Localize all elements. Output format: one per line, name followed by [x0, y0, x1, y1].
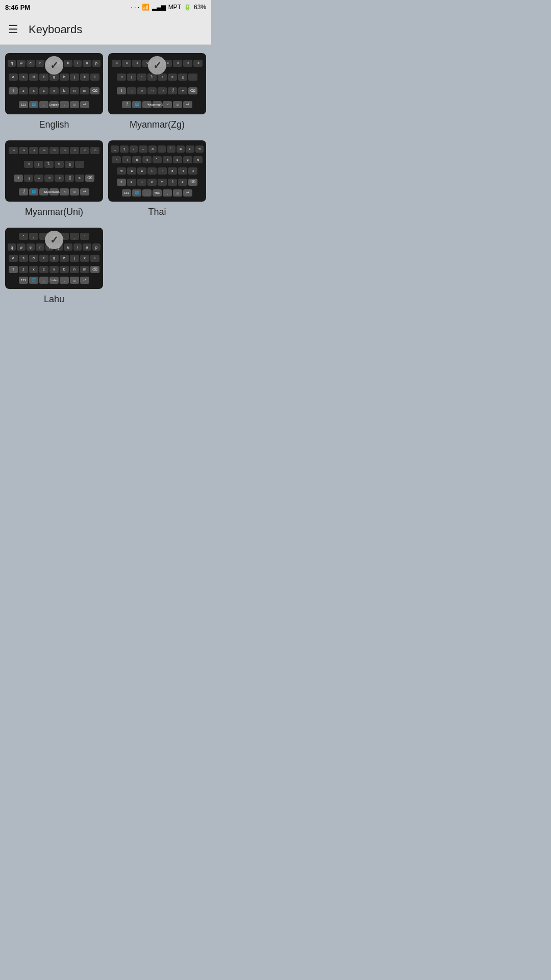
uni-key-4: မ	[39, 147, 48, 154]
key-s: s	[19, 74, 28, 81]
mya-key-23: ာ	[178, 87, 187, 94]
menu-button[interactable]: ☰	[8, 23, 18, 36]
mya-key-1: သ	[112, 60, 121, 67]
uni-key-2: ဿ	[19, 147, 28, 154]
uni-key-3: န	[29, 147, 38, 154]
thai-key-27: ง	[188, 167, 197, 175]
mya-key-22: ဦ	[168, 87, 177, 94]
mya-key-2: ဿ	[122, 60, 131, 67]
key-p: p	[92, 60, 101, 67]
lahu-shift: ⇧	[9, 266, 18, 273]
lahu-enter: ↵	[80, 277, 89, 284]
uni-space: Myanmar(Uni)	[49, 188, 59, 195]
key-k: k	[80, 74, 89, 81]
mya-key-17: :	[188, 74, 197, 81]
keyboard-card-thai[interactable]: _ ๆ / – ภ , ั ค จ ข ๆ า พ ะ ั ร	[108, 140, 206, 217]
uni-key-15: :	[75, 161, 84, 168]
thai-key-31: ท	[158, 179, 167, 186]
thai-key-14: ะ	[142, 156, 152, 163]
thai-num: 123	[122, 189, 131, 197]
thai-key-11: ๆ	[112, 156, 121, 163]
key-o: o	[83, 60, 91, 67]
key-del: ⌫	[90, 87, 99, 94]
thai-key-4: –	[139, 145, 147, 153]
wifi-icon: 📶	[142, 4, 149, 11]
keyboards-grid: ✓ q w e r t y u i o p a s d	[0, 45, 211, 318]
keyboard-card-myanmar-zg[interactable]: ✓ သ ဿ န မ အ ပ ဝ ဂ ဝ ဂ [ ° ါ	[108, 53, 206, 130]
key-w: w	[17, 60, 25, 67]
thai-del: ⌫	[188, 179, 197, 186]
thai-dot: .	[142, 189, 152, 197]
key-v: v	[49, 87, 59, 94]
keyboard-preview-thai: _ ๆ / – ภ , ั ค จ ข ๆ า พ ะ ั ร	[108, 140, 206, 202]
thai-key-8: ค	[177, 145, 185, 153]
keyboard-card-myanmar-uni[interactable]: သ ဿ န မ အ ပ ဝ ဂ ဝ ဂ [ ါ ာ ည :	[5, 140, 103, 217]
mya-comma: ဝ	[163, 101, 172, 108]
thai-key-7: ั	[167, 145, 175, 153]
battery-icon: 🔋	[184, 4, 191, 11]
thai-key-21: ห	[127, 167, 136, 175]
key-q: q	[8, 60, 16, 67]
thai-key-22: ด	[137, 167, 146, 175]
key-dot: .	[39, 101, 48, 108]
thai-key-23: เ	[147, 167, 157, 175]
key-globe: 🌐	[29, 101, 38, 108]
key-n: n	[70, 87, 79, 94]
lahu-v: v	[49, 266, 59, 273]
thai-emoji: ☺	[173, 189, 182, 197]
mya-key-12: °	[137, 74, 146, 81]
lahu-w: w	[17, 243, 25, 251]
keyboard-card-english[interactable]: ✓ q w e r t y u i o p a s d	[5, 53, 103, 130]
key-c: c	[39, 87, 48, 94]
thai-key-13: พ	[132, 156, 141, 163]
thai-key-19: ข	[193, 156, 203, 163]
mya-key-11: [	[127, 74, 136, 81]
thai-key-33: ฝ	[178, 179, 187, 186]
keyboard-card-lahu[interactable]: ✓ ^ ˬ ˉ – _ ˍ ' q w e r t y	[5, 228, 103, 305]
status-right: · · · 📶 ▂▄▆ MPT 🔋 63%	[131, 4, 206, 11]
thai-enter: ↵	[183, 189, 192, 197]
keyboard-preview-myanmar-zg: ✓ သ ဿ န မ အ ပ ဝ ဂ ဝ ဂ [ ° ါ	[108, 53, 206, 114]
key-l: l	[90, 74, 99, 81]
uni-key-10: ဂ	[24, 161, 33, 168]
lahu-dot: .	[39, 277, 48, 284]
lahu-n: n	[70, 266, 79, 273]
mya-globe: 🌐	[132, 101, 141, 108]
thai-key-32: ใ	[168, 179, 177, 186]
check-myanmar-zg: ✓	[148, 56, 166, 75]
thai-comma: ,	[163, 189, 172, 197]
app-header: ☰ Keyboards	[0, 14, 211, 45]
thai-shift: ⇧	[117, 179, 126, 186]
thai-space: Thai	[153, 189, 162, 197]
lahu-m: m	[80, 266, 89, 273]
uni-key-18: ဂ	[44, 175, 54, 182]
key-b: b	[60, 87, 69, 94]
lahu-i: i	[73, 243, 82, 251]
signal-bars: ▂▄▆	[152, 4, 166, 11]
thai-key-20: พ	[117, 167, 126, 175]
uni-key-5: အ	[49, 147, 59, 154]
lahu-key-5: ˍ	[70, 233, 79, 240]
key-j: j	[70, 74, 79, 81]
keyboard-label-thai: Thai	[148, 207, 166, 217]
lahu-s: s	[19, 255, 28, 262]
key-shift: ⇧	[9, 87, 18, 94]
lahu-a: a	[9, 255, 18, 262]
status-bar: 8:46 PM · · · 📶 ▂▄▆ MPT 🔋 63%	[0, 0, 211, 14]
mya-space: Myanmar(Zg)	[153, 101, 162, 108]
lahu-o: o	[83, 243, 91, 251]
lahu-key-6: '	[80, 233, 89, 240]
mya-key-19: ∞	[137, 87, 146, 94]
check-english: ✓	[45, 56, 63, 75]
thai-key-30: อ	[147, 179, 157, 186]
lahu-z: z	[19, 266, 28, 273]
key-h: h	[60, 74, 69, 81]
key-enter: ↵	[80, 101, 89, 108]
status-time: 8:46 PM	[5, 4, 30, 11]
uni-key-1: သ	[9, 147, 18, 154]
lahu-d: d	[29, 255, 38, 262]
key-emoji: ☺	[70, 101, 79, 108]
key-u: u	[64, 60, 72, 67]
mya-key-15: ာ	[168, 74, 177, 81]
lahu-r: r	[36, 243, 44, 251]
